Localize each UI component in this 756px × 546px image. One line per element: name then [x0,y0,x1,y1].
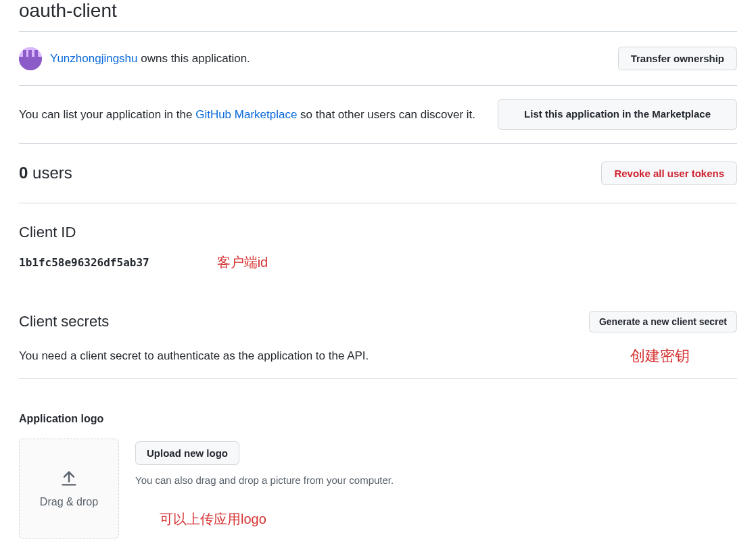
client-id-value: 1b1fc58e96326df5ab37 [19,256,149,269]
logo-annotation: 可以上传应用logo [160,510,394,528]
logo-dropzone[interactable]: Drag & drop [19,439,119,539]
secrets-header: Client secrets Generate a new client sec… [19,311,737,332]
owner-row: Yunzhongjingshu owns this application. T… [19,32,737,85]
client-secrets-heading: Client secrets [19,313,109,330]
client-id-section: Client ID 1b1fc58e96326df5ab37 客户端id [19,203,737,303]
secrets-annotation: 创建密钥 [630,346,690,366]
upload-logo-button[interactable]: Upload new logo [135,441,239,465]
client-secrets-section: Client secrets Generate a new client sec… [19,303,737,378]
application-logo-label: Application logo [19,413,737,425]
logo-right-column: Upload new logo You can also drag and dr… [135,439,394,528]
client-id-heading: Client ID [19,224,737,241]
upload-icon [60,469,78,488]
marketplace-text-before: You can list your application in the [19,108,195,121]
client-id-annotation: 客户端id [217,253,268,272]
application-logo-section: Application logo Drag & drop Upload new … [19,379,737,539]
app-title: oauth-client [19,0,737,31]
transfer-ownership-button[interactable]: Transfer ownership [618,47,737,70]
secrets-description: You need a client secret to authenticate… [19,349,369,363]
dropzone-text: Drag & drop [40,496,98,508]
list-marketplace-button[interactable]: List this application in the Marketplace [498,99,737,130]
owner-avatar[interactable] [19,47,42,70]
generate-secret-button[interactable]: Generate a new client secret [589,311,737,332]
users-count-label: users [28,164,72,182]
users-count: 0 users [19,164,72,182]
marketplace-link[interactable]: GitHub Marketplace [195,108,297,121]
users-row: 0 users Revoke all user tokens [19,144,737,203]
users-count-number: 0 [19,164,28,182]
marketplace-text: You can list your application in the Git… [19,105,492,124]
owner-info: Yunzhongjingshu owns this application. [19,47,250,70]
client-id-row: 1b1fc58e96326df5ab37 客户端id [19,253,737,272]
owner-owns-text: owns this application. [138,52,250,65]
owner-username-link[interactable]: Yunzhongjingshu [50,52,138,65]
logo-hint: You can also drag and drop a picture fro… [135,474,394,486]
marketplace-row: You can list your application in the Git… [19,86,737,143]
revoke-tokens-button[interactable]: Revoke all user tokens [601,162,737,185]
marketplace-text-after: so that other users can discover it. [297,108,475,121]
logo-row: Drag & drop Upload new logo You can also… [19,439,737,539]
secrets-text-row: You need a client secret to authenticate… [19,346,737,366]
owner-text: Yunzhongjingshu owns this application. [50,52,250,66]
